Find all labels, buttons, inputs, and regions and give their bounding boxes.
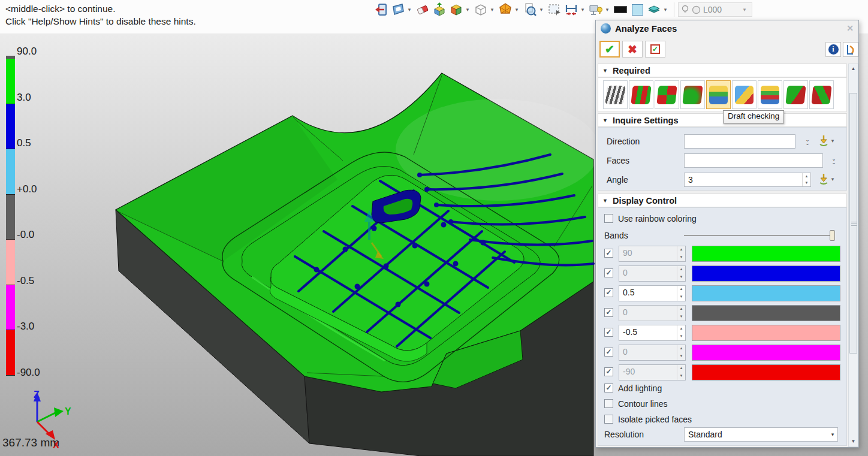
direction-input[interactable] <box>684 134 795 149</box>
section-inquire-settings[interactable]: ▼ Inquire Settings <box>598 113 847 127</box>
scroll-down-icon[interactable]: ▼ <box>849 437 858 446</box>
spinner-arrows[interactable]: ▲▼ <box>677 306 685 321</box>
spinner-arrows[interactable]: ▲▼ <box>677 286 685 301</box>
contour-lines-checkbox[interactable]: ✓ <box>604 399 613 408</box>
extrude-face-icon[interactable] <box>432 2 447 17</box>
band-value-input[interactable]: 90▲▼ <box>619 246 686 262</box>
faces-input[interactable] <box>684 153 823 168</box>
measure-distance-icon[interactable] <box>563 2 579 17</box>
bands-slider-handle[interactable] <box>830 230 835 241</box>
angle-import-button[interactable]: ▾ <box>818 173 837 186</box>
band-color-swatch[interactable] <box>692 285 840 301</box>
chevron-down-icon[interactable]: ▾ <box>662 7 668 13</box>
selection-box-icon[interactable] <box>547 2 562 17</box>
section-display-control[interactable]: ▼ Display Control <box>598 194 847 207</box>
scrollbar-thumb[interactable] <box>849 93 857 354</box>
green-red-face-button[interactable] <box>783 80 808 109</box>
dialog-titlebar[interactable]: Analyze Faces ✕ <box>596 20 858 36</box>
apply-button[interactable]: ✓ <box>645 41 665 58</box>
bands-slider-track[interactable] <box>684 235 835 236</box>
close-icon[interactable]: ✕ <box>846 23 854 33</box>
angle-value: 3 <box>685 173 802 186</box>
draft-color-scale <box>6 56 15 376</box>
ok-button[interactable]: ✔ <box>599 41 620 58</box>
wireframe-display-icon[interactable] <box>473 2 489 17</box>
chevron-down-icon[interactable]: ▾ <box>538 7 544 13</box>
band-color-swatch[interactable] <box>692 325 840 341</box>
faces-expand-icon[interactable]: ⌄⌄ <box>826 153 842 168</box>
band-value-input[interactable]: 0.5▲▼ <box>619 285 686 301</box>
spinner-arrows[interactable]: ▲▼ <box>802 173 810 186</box>
layers-icon[interactable] <box>646 2 662 17</box>
resolution-combobox[interactable]: Standard ▾ <box>684 427 838 442</box>
section-required[interactable]: ▼ Required <box>598 64 847 77</box>
isolate-picked-faces-checkbox[interactable]: ✓ <box>604 415 613 424</box>
draft-checking-button[interactable] <box>706 80 731 109</box>
band-checkbox[interactable]: ✓ <box>604 249 613 258</box>
band-value-input[interactable]: 0▲▼ <box>619 265 686 282</box>
direction-import-button[interactable]: ▾ <box>818 134 837 147</box>
shaded-display-icon[interactable] <box>448 2 464 17</box>
spinner-arrows[interactable]: ▲▼ <box>677 246 685 261</box>
band-value-input[interactable]: -90▲▼ <box>619 364 686 380</box>
banded-box-button[interactable] <box>758 80 782 109</box>
spinner-arrows[interactable]: ▲▼ <box>677 365 685 380</box>
lightbulb-icon <box>681 5 689 14</box>
black-color-swatch[interactable] <box>613 2 628 17</box>
exit-icon[interactable] <box>373 2 389 17</box>
chevron-down-icon[interactable]: ▾ <box>830 176 836 182</box>
spinner-arrows[interactable]: ▲▼ <box>677 345 685 360</box>
band-checkbox[interactable]: ✓ <box>604 288 613 297</box>
layer-combo-value: L000 <box>703 5 739 14</box>
green-red-swirl-button[interactable] <box>809 80 834 109</box>
chevron-down-icon[interactable]: ▾ <box>830 138 836 144</box>
direction-expand-icon[interactable]: ⌄⌄ <box>800 134 815 149</box>
scale-label: +0.0 <box>17 183 37 195</box>
info-button[interactable]: i <box>825 42 841 57</box>
scroll-up-icon[interactable]: ▲ <box>849 64 858 74</box>
band-value-input[interactable]: 0▲▼ <box>619 305 686 321</box>
chevron-down-icon[interactable]: ▾ <box>514 7 520 13</box>
chevron-down-icon[interactable]: ▾ <box>465 7 471 13</box>
redefine-button[interactable] <box>843 42 858 57</box>
cancel-button[interactable]: ✖ <box>622 41 643 58</box>
spinner-arrows[interactable]: ▲▼ <box>677 266 685 281</box>
chevron-down-icon[interactable]: ▾ <box>604 7 610 13</box>
band-color-swatch[interactable] <box>692 345 840 361</box>
red-green-checker-button[interactable] <box>655 80 679 109</box>
erase-icon[interactable] <box>415 2 430 17</box>
zoom-document-icon[interactable] <box>522 2 538 17</box>
chevron-down-icon[interactable]: ▾ <box>406 7 412 13</box>
view-orientation-icon[interactable] <box>390 2 406 17</box>
band-checkbox[interactable]: ✓ <box>604 367 613 376</box>
chevron-down-icon[interactable]: ▾ <box>489 7 495 13</box>
chevron-down-icon[interactable]: ▾ <box>580 7 586 13</box>
band-row: ✓0▲▼ <box>598 303 848 323</box>
band-checkbox[interactable]: ✓ <box>604 328 613 337</box>
band-value: 0 <box>619 266 677 281</box>
display-settings-icon[interactable] <box>588 2 604 17</box>
band-color-swatch[interactable] <box>692 305 840 321</box>
band-color-swatch[interactable] <box>692 364 840 380</box>
band-color-swatch[interactable] <box>692 246 840 262</box>
band-value-input[interactable]: -0.5▲▼ <box>619 325 686 341</box>
zebra-stripes-button[interactable] <box>603 80 628 109</box>
scale-band <box>6 59 15 104</box>
multi-color-box-button[interactable] <box>732 80 757 109</box>
band-checkbox[interactable]: ✓ <box>604 348 613 357</box>
axis-y-label: Y <box>65 406 71 416</box>
red-green-stripes-button[interactable] <box>629 80 653 109</box>
use-rainbow-checkbox[interactable]: ✓ <box>604 214 613 223</box>
add-lighting-checkbox[interactable]: ✓ <box>604 383 613 392</box>
angle-input[interactable]: 3 ▲▼ <box>684 173 811 187</box>
band-checkbox[interactable]: ✓ <box>604 308 613 317</box>
spinner-arrows[interactable]: ▲▼ <box>677 325 685 340</box>
band-value-input[interactable]: 0▲▼ <box>619 345 686 361</box>
band-checkbox[interactable]: ✓ <box>604 268 613 277</box>
facet-display-icon[interactable] <box>498 2 513 17</box>
green-red-curvature-button[interactable] <box>680 80 705 109</box>
band-color-swatch[interactable] <box>692 265 840 282</box>
layer-combobox[interactable]: L000 ▾ <box>678 2 752 17</box>
dialog-scrollbar[interactable]: ▲ ▼ <box>848 64 858 447</box>
active-color-swatch[interactable] <box>629 2 645 17</box>
